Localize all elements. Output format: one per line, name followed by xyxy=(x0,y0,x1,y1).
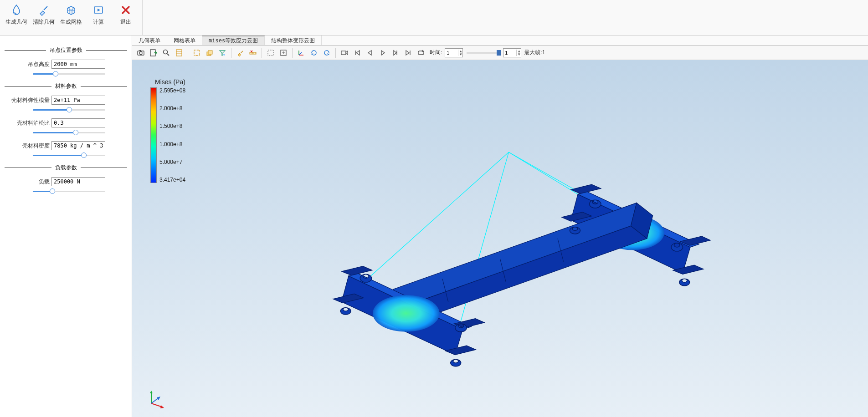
ribbon-group-main: 生成几何 清除几何 生成网格 计算 xyxy=(0,0,143,35)
step-back-icon[interactable] xyxy=(364,47,376,59)
load-row: 负载 xyxy=(5,177,127,186)
svg-point-5 xyxy=(164,50,168,54)
elastic-input[interactable] xyxy=(51,96,105,105)
parameter-sidebar: 吊点位置参数 吊点高度 材料参数 壳材料弹性模量 壳材料泊松比 壳材料密度 xyxy=(0,36,132,417)
svg-rect-7 xyxy=(194,50,200,56)
search-zoom-icon[interactable] xyxy=(160,47,172,59)
poisson-slider[interactable] xyxy=(33,132,105,133)
group-title-hang: 吊点位置参数 xyxy=(5,46,127,54)
3d-viewport[interactable]: Mises (Pa) 2.595e+08 2.000e+8 1.500e+8 1… xyxy=(132,60,868,417)
hang-height-row: 吊点高度 xyxy=(5,60,127,69)
elastic-slider[interactable] xyxy=(33,109,105,111)
axis-triad-icon[interactable] xyxy=(295,47,307,59)
svg-rect-6 xyxy=(176,50,182,56)
loop-icon[interactable] xyxy=(415,47,427,59)
clear-geometry-button[interactable]: 清除几何 xyxy=(33,3,55,33)
exit-label: 退出 xyxy=(120,18,131,26)
close-x-icon xyxy=(119,4,132,16)
elastic-label: 壳材料弹性模量 xyxy=(11,97,50,104)
load-label: 负载 xyxy=(39,178,50,186)
svg-line-26 xyxy=(151,403,162,407)
load-input[interactable] xyxy=(51,177,105,186)
group-title-material: 材料参数 xyxy=(5,82,127,90)
time-spin[interactable]: ▲▼ xyxy=(445,48,463,57)
skip-fwd-icon[interactable] xyxy=(402,47,414,59)
hang-height-label: 吊点高度 xyxy=(28,61,50,68)
density-row: 壳材料密度 xyxy=(5,141,127,150)
marquee-icon[interactable] xyxy=(265,47,277,59)
svg-rect-9 xyxy=(208,51,212,54)
fea-model-render xyxy=(132,60,868,417)
fit-icon[interactable] xyxy=(277,47,289,59)
axis-triad xyxy=(145,388,167,410)
density-label: 壳材料密度 xyxy=(22,142,50,150)
generate-geometry-label: 生成几何 xyxy=(5,18,27,26)
svg-point-24 xyxy=(373,295,440,332)
result-tabs: 几何表单 网格表单 mises等效应力云图 结构整体变形云图 xyxy=(132,36,868,46)
camera-icon[interactable] xyxy=(135,47,147,59)
generate-geometry-button[interactable]: 生成几何 xyxy=(5,3,27,33)
sheet-icon[interactable] xyxy=(173,47,185,59)
elastic-row: 壳材料弹性模量 xyxy=(5,96,127,105)
filter-icon[interactable] xyxy=(216,47,228,59)
step-fwd-icon[interactable] xyxy=(390,47,401,59)
time-slider[interactable] xyxy=(467,52,499,54)
compute-label: 计算 xyxy=(93,18,104,26)
ruler-x-icon[interactable] xyxy=(247,47,259,59)
load-slider[interactable] xyxy=(33,191,105,192)
poisson-input[interactable] xyxy=(51,118,105,127)
poisson-label: 壳材料泊松比 xyxy=(17,119,50,127)
skip-back-icon[interactable] xyxy=(351,47,363,59)
layers-icon[interactable] xyxy=(204,47,216,59)
export-icon[interactable] xyxy=(148,47,159,59)
drop-icon xyxy=(10,4,23,16)
broom-icon[interactable] xyxy=(234,47,246,59)
viewport-toolbar: 时间: ▲▼ ▲▼ 最大帧:1 xyxy=(132,46,868,60)
time-label: 时间: xyxy=(430,49,442,56)
tab-deformation[interactable]: 结构整体变形云图 xyxy=(265,36,322,45)
play-rect-icon xyxy=(92,4,105,16)
hang-height-input[interactable] xyxy=(51,60,105,69)
rotate-ccw-icon[interactable] xyxy=(321,47,333,59)
brush-icon xyxy=(37,4,50,16)
svg-point-10 xyxy=(223,54,225,56)
svg-line-27 xyxy=(151,398,159,403)
density-slider[interactable] xyxy=(33,155,105,156)
cube-mesh-icon xyxy=(65,4,77,16)
rotate-cw-icon[interactable] xyxy=(308,47,320,59)
generate-mesh-label: 生成网格 xyxy=(60,18,82,26)
hang-height-slider[interactable] xyxy=(33,73,105,75)
group-title-load: 负载参数 xyxy=(5,164,127,172)
frame-spin[interactable]: ▲▼ xyxy=(503,48,521,57)
svg-rect-14 xyxy=(341,51,346,55)
poisson-row: 壳材料泊松比 xyxy=(5,118,127,127)
ribbon-toolbar: 生成几何 清除几何 生成网格 计算 xyxy=(0,0,868,36)
density-input[interactable] xyxy=(51,141,105,150)
play-icon[interactable] xyxy=(377,47,389,59)
camera-video-icon[interactable] xyxy=(339,47,350,59)
svg-rect-12 xyxy=(268,50,273,56)
clear-geometry-label: 清除几何 xyxy=(33,18,55,26)
tab-mises[interactable]: mises等效应力云图 xyxy=(202,36,265,45)
maxframe-label: 最大帧:1 xyxy=(524,49,545,56)
compute-button[interactable]: 计算 xyxy=(87,3,109,33)
tab-geometry[interactable]: 几何表单 xyxy=(132,36,167,45)
select-rect-icon[interactable] xyxy=(191,47,203,59)
tab-mesh[interactable]: 网格表单 xyxy=(167,36,202,45)
exit-button[interactable]: 退出 xyxy=(115,3,137,33)
generate-mesh-button[interactable]: 生成网格 xyxy=(60,3,82,33)
svg-rect-3 xyxy=(139,50,141,51)
svg-point-2 xyxy=(139,51,142,54)
